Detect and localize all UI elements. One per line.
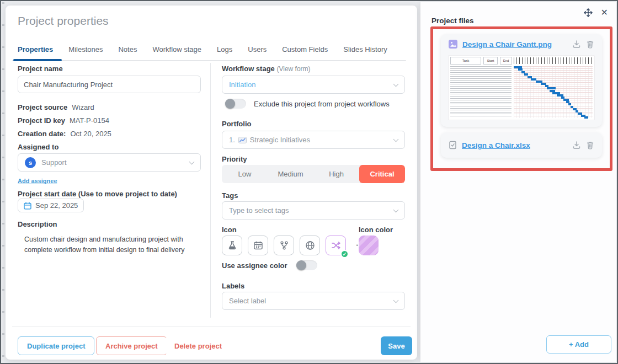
trash-icon[interactable] (586, 141, 594, 149)
assigned-to-label: Assigned to (18, 143, 58, 151)
spreadsheet-file-icon (449, 141, 457, 149)
file-link-gantt-png[interactable]: Design a Chair Gantt.png (462, 40, 567, 49)
portfolio-value: Strategic Initiatives (250, 136, 310, 144)
use-assignee-color-toggle[interactable] (296, 260, 317, 270)
footer-divider (12, 326, 411, 326)
tab-logs[interactable]: Logs (217, 45, 232, 53)
priority-option-high[interactable]: High (313, 165, 359, 183)
gantt-col-start: Start (483, 57, 498, 65)
toggle-knob (296, 260, 306, 270)
chevron-down-icon (189, 159, 195, 164)
project-name-input[interactable] (18, 76, 201, 93)
screenshot-root: Project properties Properties Milestones… (0, 0, 618, 364)
start-date-picker[interactable]: Sep 22, 2025 (18, 199, 84, 212)
tab-active-underline (13, 59, 62, 61)
portfolio-value-row: 1. Strategic Initiatives (229, 136, 390, 144)
icon-color-swatch[interactable] (359, 235, 379, 255)
chevron-down-icon (393, 207, 399, 212)
gantt-bars (514, 66, 593, 118)
portfolio-select[interactable]: 1. Strategic Initiatives (222, 131, 405, 149)
page-title: Project properties (18, 14, 109, 28)
labels-select[interactable]: Select label (222, 292, 405, 310)
use-assignee-color-label: Use assignee color (222, 261, 287, 270)
use-assignee-color-row: Use assignee color (222, 260, 317, 270)
icon-picker-row: ✓ ··· (222, 235, 368, 255)
tab-users[interactable]: Users (248, 45, 267, 53)
workflow-stage-label-row: Workflow stage (View form) (222, 65, 311, 73)
workflow-stage-label: Workflow stage (222, 65, 275, 73)
priority-option-low[interactable]: Low (222, 165, 268, 183)
save-button[interactable]: Save (381, 336, 412, 355)
add-file-button[interactable]: + Add (546, 335, 611, 354)
calendar-icon[interactable] (248, 235, 268, 255)
tab-notes[interactable]: Notes (118, 45, 137, 53)
gantt-col-end: End (500, 57, 512, 65)
image-file-icon (449, 40, 457, 49)
move-icon[interactable] (583, 8, 593, 18)
project-id-row: Project ID keyMAT-P-0154 (18, 116, 109, 125)
file-card-gantt-png: Design a Chair Gantt.png Task Start (441, 34, 602, 127)
tab-custom-fields[interactable]: Custom Fields (282, 45, 328, 53)
view-form-label[interactable]: (View form) (276, 65, 310, 73)
project-files-title: Project files (431, 17, 474, 25)
globe-icon[interactable] (300, 235, 320, 255)
start-date-value: Sep 22, 2025 (35, 201, 78, 210)
gantt-task-list (450, 66, 512, 118)
tab-milestones[interactable]: Milestones (68, 45, 103, 53)
start-date-label: Project start date (Use to move project … (18, 190, 177, 198)
panel-window-controls: ✕ (583, 8, 608, 18)
calendar-icon (24, 202, 31, 210)
priority-option-medium[interactable]: Medium (268, 165, 313, 183)
close-icon[interactable]: ✕ (601, 8, 608, 17)
description-label: Description (18, 220, 57, 228)
file-card-xlsx: Design a Chair.xlsx (441, 132, 602, 158)
tab-workflow-stage[interactable]: Workflow stage (152, 45, 201, 53)
project-source-label: Project source (18, 103, 67, 111)
trash-icon[interactable] (586, 40, 594, 49)
shuffle-icon-selected[interactable]: ✓ (326, 235, 346, 255)
download-icon[interactable] (572, 141, 581, 149)
creation-date-label: Creation date: (18, 130, 66, 138)
priority-option-critical[interactable]: Critical (359, 165, 405, 183)
duplicate-project-button[interactable]: Duplicate project (18, 336, 94, 355)
add-assignee-link[interactable]: Add assignee (18, 178, 57, 184)
tab-bar: Properties Milestones Notes Workflow sta… (18, 45, 387, 53)
chevron-down-icon (393, 136, 399, 142)
project-name-label: Project name (18, 65, 63, 73)
archive-project-button[interactable]: Archive project (96, 336, 167, 355)
chevron-down-icon (393, 297, 399, 303)
gantt-date-header (514, 57, 593, 64)
tab-slides-history[interactable]: Slides History (343, 45, 387, 53)
exclude-workflows-label: Exclude this project from project workfl… (254, 100, 390, 108)
download-icon[interactable] (572, 40, 581, 49)
project-id-label: Project ID key (18, 116, 65, 125)
delete-project-button[interactable]: Delete project (166, 336, 231, 355)
assignee-avatar: s (25, 157, 36, 168)
file-row: Design a Chair.xlsx (441, 135, 602, 155)
project-source-value: Wizard (72, 103, 94, 111)
tags-select[interactable]: Type to select tags (222, 201, 405, 220)
flask-icon[interactable] (222, 235, 242, 255)
project-source-row: Project sourceWizard (18, 103, 94, 111)
background-ticks (2, 2, 4, 362)
priority-label: Priority (222, 155, 247, 163)
project-id-value: MAT-P-0154 (70, 116, 109, 125)
file-row: Design a Chair Gantt.png (441, 34, 602, 54)
column-divider (210, 63, 211, 318)
creation-date-row: Creation date:Oct 20, 2025 (18, 130, 111, 138)
workflow-stage-value: Initiation (229, 81, 390, 89)
workflow-stage-select[interactable]: Initiation (222, 76, 405, 94)
file-link-xlsx[interactable]: Design a Chair.xlsx (462, 141, 567, 149)
tab-properties[interactable]: Properties (18, 45, 53, 53)
priority-segmented-control: Low Medium High Critical (222, 165, 405, 183)
assigned-to-select[interactable]: s Support (18, 153, 201, 172)
tab-underline-track (12, 60, 406, 61)
labels-label: Labels (222, 282, 244, 290)
toggle-knob (225, 99, 235, 109)
git-branch-icon[interactable] (274, 235, 294, 255)
assigned-to-value: Support (41, 158, 185, 167)
labels-placeholder: Select label (229, 297, 390, 305)
description-text[interactable]: Custom chair design and manufacturing pr… (24, 234, 212, 256)
gantt-thumbnail[interactable]: Task Start End (448, 55, 595, 120)
exclude-workflows-toggle[interactable] (225, 99, 246, 109)
